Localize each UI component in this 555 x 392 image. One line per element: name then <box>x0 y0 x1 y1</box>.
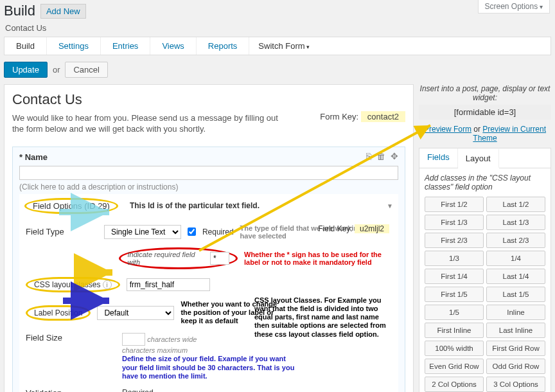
layout-class-button[interactable]: First 1/2 <box>425 197 484 212</box>
layout-class-button[interactable]: First 1/3 <box>425 215 484 230</box>
tab-reports[interactable]: Reports <box>197 37 250 55</box>
field-type-label: Field Type <box>26 227 98 236</box>
layout-class-button[interactable]: 1/5 <box>425 305 484 320</box>
switch-form-dropdown[interactable]: Switch Form <box>249 37 319 55</box>
css-classes-input[interactable] <box>127 278 210 291</box>
annotation-css-classes: CSS layout Classes. For Example you want… <box>254 296 396 339</box>
form-key-value: contact2 <box>361 111 405 122</box>
tab-settings[interactable]: Settings <box>47 37 101 55</box>
tab-views[interactable]: Views <box>150 37 196 55</box>
page-title: Build <box>4 3 35 19</box>
css-classes-label: CSS layout classes i <box>26 277 120 292</box>
layout-class-button[interactable]: Odd Grid Row <box>486 359 545 374</box>
field-size-label: Field Size <box>26 333 116 343</box>
form-title: Contact Us <box>12 91 405 108</box>
validation-required-label: Required <box>122 388 154 392</box>
layout-hint: Add classes in the "CSS layout classes" … <box>425 174 545 192</box>
breadcrumb: Contact Us <box>0 22 555 37</box>
form-key: Form Key: contact2 <box>320 112 405 121</box>
annotation-asterisk: Whether the * sign has to be used for th… <box>244 251 392 266</box>
sidebar-tab-fields[interactable]: Fields <box>419 148 458 168</box>
layout-class-button[interactable]: Last 1/4 <box>486 269 545 284</box>
layout-class-button[interactable]: Last 1/2 <box>486 197 545 212</box>
layout-class-button[interactable]: Last 1/5 <box>486 287 545 302</box>
collapse-chevron-icon[interactable]: ▼ <box>387 202 393 209</box>
screen-options-toggle[interactable]: Screen Options <box>478 0 551 13</box>
field-options-header[interactable]: Field Options (ID 29) <box>24 198 118 214</box>
field-name-label: Name <box>25 152 48 162</box>
indicate-required-input[interactable] <box>210 252 229 265</box>
sidebar: Insert into a post, page, display or tex… <box>419 84 551 392</box>
layout-class-button[interactable]: 1/4 <box>486 251 545 266</box>
indicate-required-oval: Indicate required field with <box>119 247 238 269</box>
layout-class-button[interactable]: 2 Col Options <box>425 377 484 392</box>
field-name-block[interactable]: * Name ⎘ 🗑 ✥ (Click here to add a descri… <box>12 147 405 392</box>
form-tabs: Build Settings Entries Views Reports Swi… <box>4 37 551 55</box>
layout-class-button[interactable]: First Grid Row <box>486 341 545 356</box>
layout-class-grid: First 1/2Last 1/2First 1/3Last 1/3First … <box>425 197 545 392</box>
sidebar-tab-layout[interactable]: Layout <box>458 148 499 168</box>
layout-class-button[interactable]: Last 2/3 <box>486 233 545 248</box>
form-intro: We would like to hear from you. Please s… <box>12 113 282 135</box>
layout-class-button[interactable]: First Inline <box>425 323 484 338</box>
layout-class-button[interactable]: Inline <box>486 305 545 320</box>
field-size-wide-input[interactable] <box>122 333 145 346</box>
field-type-select[interactable]: Single Line Text <box>104 225 181 239</box>
label-position-select[interactable]: Default <box>97 306 174 320</box>
insert-hint: Insert into a post, page, display or tex… <box>419 84 551 102</box>
required-label: Required <box>202 227 234 236</box>
shortcode-box[interactable]: [formidable id=3] <box>419 105 551 120</box>
tab-entries[interactable]: Entries <box>101 37 150 55</box>
add-new-button[interactable]: Add New <box>40 4 86 19</box>
or-text: or <box>53 65 60 75</box>
layout-class-button[interactable]: First 1/5 <box>425 287 484 302</box>
layout-class-button[interactable]: Even Grid Row <box>425 359 484 374</box>
preview-form-link[interactable]: Preview Form <box>424 125 471 134</box>
field-action-icons[interactable]: ⎘ 🗑 ✥ <box>366 151 400 161</box>
required-checkbox[interactable] <box>188 227 196 236</box>
layout-class-button[interactable]: Last Inline <box>486 323 545 338</box>
layout-class-button[interactable]: First 1/4 <box>425 269 484 284</box>
layout-class-button[interactable]: Last 1/3 <box>486 215 545 230</box>
preview-theme-link[interactable]: Preview in Current Theme <box>473 125 546 143</box>
validation-label: Validation <box>26 388 116 392</box>
layout-class-button[interactable]: 3 Col Options <box>486 377 545 392</box>
layout-class-button[interactable]: First 2/3 <box>425 233 484 248</box>
label-position-label: Label Position <box>26 305 91 321</box>
description-hint[interactable]: (Click here to add a description or inst… <box>19 183 398 192</box>
layout-class-button[interactable]: 100% width <box>425 341 484 356</box>
annotation-id-note: This Id is of the particular text field. <box>130 201 260 210</box>
tab-build[interactable]: Build <box>4 37 47 55</box>
indicate-required-label: Indicate required field with <box>127 251 206 266</box>
layout-class-button[interactable]: 1/3 <box>425 251 484 266</box>
chars-wide-label: characters wide <box>147 335 197 343</box>
field-key-row: Field Key: u2mljl2 <box>318 224 389 233</box>
name-input[interactable] <box>19 166 398 180</box>
main-panel: Contact Us We would like to hear from yo… <box>4 84 414 392</box>
form-key-label: Form Key: <box>320 112 358 121</box>
cancel-button[interactable]: Cancel <box>65 62 107 78</box>
chars-max-label: characters maximum <box>122 346 188 354</box>
sidebar-or: or <box>473 125 480 134</box>
annotation-field-size: Define the size of your field. Example i… <box>122 355 302 380</box>
info-icon[interactable]: i <box>103 280 112 289</box>
update-button[interactable]: Update <box>4 62 48 78</box>
